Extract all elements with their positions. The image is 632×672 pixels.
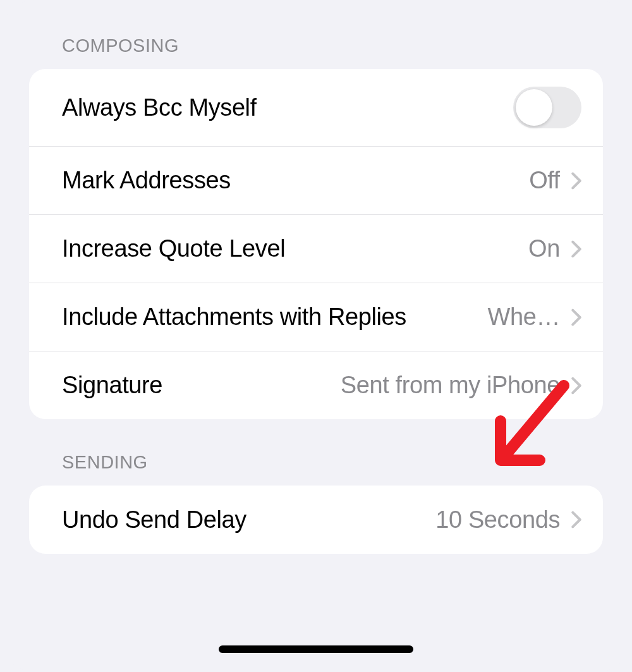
settings-mail-screen: COMPOSING Always Bcc Myself Mark Address… (0, 0, 632, 672)
row-value: On (521, 235, 560, 262)
row-increase-quote-level[interactable]: Increase Quote Level On (29, 214, 603, 283)
row-label: Increase Quote Level (62, 235, 285, 262)
chevron-right-icon (571, 240, 581, 259)
group-sending: Undo Send Delay 10 Seconds (29, 486, 603, 554)
row-value: 10 Seconds (428, 506, 560, 534)
row-signature[interactable]: Signature Sent from my iPhone (29, 351, 603, 419)
chevron-right-icon (571, 308, 581, 327)
group-composing: Always Bcc Myself Mark Addresses Off Inc… (29, 69, 603, 419)
row-label: Signature (62, 372, 162, 399)
row-mark-addresses[interactable]: Mark Addresses Off (29, 146, 603, 214)
chevron-right-icon (571, 376, 581, 395)
row-value: Off (521, 167, 560, 194)
row-label: Undo Send Delay (62, 506, 246, 534)
section-header-sending: SENDING (0, 452, 632, 486)
row-label: Mark Addresses (62, 167, 231, 194)
toggle-always-bcc-myself[interactable] (513, 87, 581, 128)
chevron-right-icon (571, 510, 581, 529)
row-value: Whe… (480, 303, 560, 331)
row-value: Sent from my iPhone (333, 372, 560, 399)
row-label: Include Attachments with Replies (62, 303, 480, 331)
toggle-knob (516, 89, 552, 126)
row-always-bcc-myself[interactable]: Always Bcc Myself (29, 69, 603, 146)
row-include-attachments[interactable]: Include Attachments with Replies Whe… (29, 283, 603, 351)
chevron-right-icon (571, 171, 581, 190)
row-undo-send-delay[interactable]: Undo Send Delay 10 Seconds (29, 486, 603, 554)
row-label: Always Bcc Myself (62, 94, 257, 121)
home-indicator[interactable] (219, 645, 413, 653)
section-header-composing: COMPOSING (0, 35, 632, 69)
